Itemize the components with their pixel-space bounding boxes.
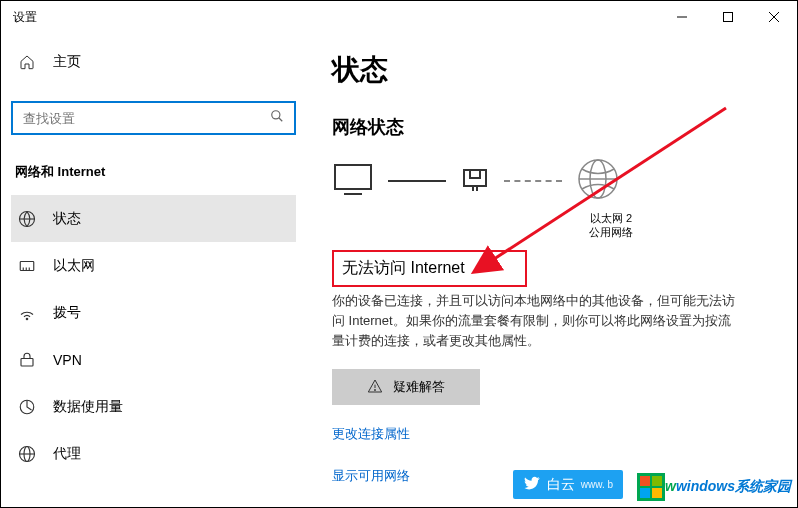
alert-highlight: 无法访问 Internet <box>332 250 527 287</box>
nav-item-proxy[interactable]: 代理 <box>11 430 296 477</box>
vpn-icon <box>17 351 37 369</box>
search-icon <box>270 109 284 127</box>
globe-icon <box>576 157 620 205</box>
connection-line-dashed <box>504 180 562 182</box>
change-properties-link[interactable]: 更改连接属性 <box>332 425 771 443</box>
nav-item-ethernet[interactable]: 以太网 <box>11 242 296 289</box>
status-icon <box>17 210 37 228</box>
home-nav[interactable]: 主页 <box>11 41 296 83</box>
svg-rect-21 <box>470 170 480 178</box>
section-title: 网络状态 <box>332 115 771 139</box>
nav-label: 代理 <box>53 445 81 463</box>
adapter-icon <box>460 164 490 198</box>
page-title: 状态 <box>332 51 771 89</box>
nav-label: 状态 <box>53 210 81 228</box>
watermark-text: 白云 <box>547 476 575 494</box>
svg-rect-8 <box>20 261 34 270</box>
nav-label: 以太网 <box>53 257 95 275</box>
titlebar: 设置 <box>1 1 797 33</box>
svg-rect-1 <box>724 13 733 22</box>
watermark-baiyun: 白云 www. b <box>513 470 623 499</box>
svg-rect-18 <box>335 165 371 189</box>
nav-item-dialup[interactable]: 拨号 <box>11 289 296 336</box>
nav-label: 拨号 <box>53 304 81 322</box>
maximize-button[interactable] <box>705 1 751 33</box>
troubleshoot-label: 疑难解答 <box>393 378 445 396</box>
windows-flag-icon <box>637 473 665 501</box>
window-controls <box>659 1 797 33</box>
network-diagram <box>332 157 771 205</box>
nav-item-status[interactable]: 状态 <box>11 195 296 242</box>
minimize-button[interactable] <box>659 1 705 33</box>
svg-rect-13 <box>21 358 33 366</box>
nav-item-datausage[interactable]: 数据使用量 <box>11 383 296 430</box>
category-header: 网络和 Internet <box>11 163 296 181</box>
adapter-type: 公用网络 <box>451 225 771 239</box>
connection-line-solid <box>388 180 446 182</box>
proxy-icon <box>17 445 37 463</box>
troubleshoot-button[interactable]: 疑难解答 <box>332 369 480 405</box>
nav-label: VPN <box>53 352 82 368</box>
home-label: 主页 <box>53 53 81 71</box>
window-title: 设置 <box>13 9 37 26</box>
alert-text: 无法访问 Internet <box>342 258 465 279</box>
adapter-labels: 以太网 2 公用网络 <box>451 211 771 240</box>
search-box[interactable] <box>11 101 296 135</box>
datausage-icon <box>17 398 37 416</box>
close-button[interactable] <box>751 1 797 33</box>
search-input[interactable] <box>23 111 270 126</box>
svg-point-28 <box>374 389 375 390</box>
main-content: 状态 网络状态 以太网 2 公用网络 无法访问 Internet 你的设备已连接… <box>306 33 797 507</box>
watermark-ruanzhijia: wwindows系统家园 <box>637 473 791 501</box>
dialup-icon <box>17 304 37 322</box>
computer-icon <box>332 162 374 200</box>
svg-point-4 <box>272 111 280 119</box>
sidebar: 主页 网络和 Internet 状态 以太网 拨号 VPN 数据使用量 <box>1 33 306 507</box>
svg-line-5 <box>279 118 283 122</box>
bird-icon <box>523 474 541 495</box>
adapter-name: 以太网 2 <box>451 211 771 225</box>
ethernet-icon <box>17 257 37 275</box>
home-icon <box>17 54 37 70</box>
warning-icon <box>367 378 383 397</box>
nav-label: 数据使用量 <box>53 398 123 416</box>
nav-item-vpn[interactable]: VPN <box>11 336 296 383</box>
status-description: 你的设备已连接，并且可以访问本地网络中的其他设备，但可能无法访问 Interne… <box>332 291 742 351</box>
svg-point-12 <box>26 318 28 320</box>
